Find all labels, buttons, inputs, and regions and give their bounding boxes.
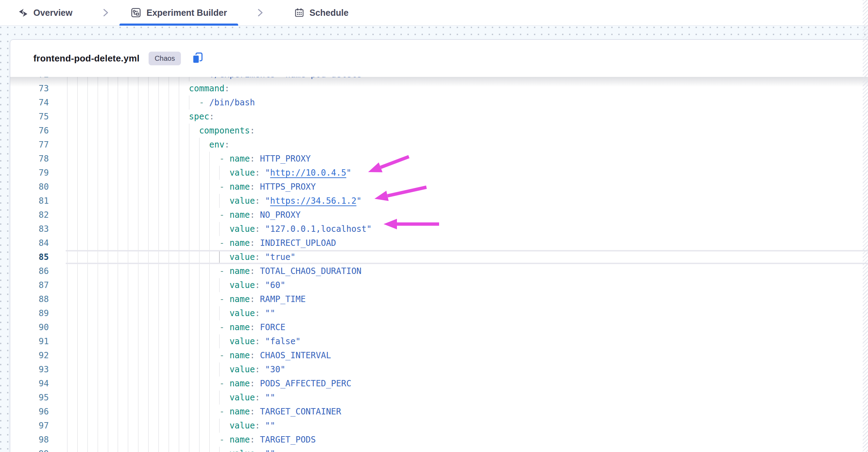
code-line[interactable]: 88- name: RAMP_TIME: [10, 292, 868, 306]
overview-icon: [18, 8, 28, 18]
code-token: RAMP_TIME: [260, 292, 306, 306]
code-line[interactable]: 90- name: FORCE: [10, 320, 868, 334]
tab-overview[interactable]: Overview: [18, 0, 72, 25]
code-token: command: [189, 81, 224, 96]
code-token: value: [229, 419, 255, 433]
code-token: "127.0.0.1,localhost": [265, 222, 372, 236]
code-token: "": [265, 391, 275, 405]
line-number: 74: [10, 96, 49, 110]
line-number: 86: [10, 264, 49, 278]
code-token: "30": [265, 362, 286, 376]
proxy-link[interactable]: https://34.56.1.2: [270, 194, 357, 208]
code-token: -: [219, 433, 229, 447]
code-token: -: [219, 264, 229, 278]
code-token: -: [219, 320, 229, 334]
proxy-link[interactable]: http://10.0.4.5: [270, 166, 346, 180]
code-line[interactable]: 86- name: TOTAL_CHAOS_DURATION: [10, 264, 868, 278]
code-line[interactable]: 73command:: [10, 81, 868, 96]
code-token: -: [219, 152, 229, 166]
line-number: 83: [10, 222, 49, 236]
code-line[interactable]: 79value: "http://10.0.4.5": [10, 166, 868, 180]
code-token: :: [250, 152, 260, 166]
code-line[interactable]: 93value: "30": [10, 362, 868, 376]
indent-guides: [67, 96, 199, 110]
code-token: name: [229, 180, 250, 194]
line-number: 76: [10, 124, 49, 138]
code-line[interactable]: 76components:: [10, 124, 868, 138]
yaml-editor[interactable]: 72- ./experiments -name pod-delete73comm…: [10, 77, 868, 452]
code-token: HTTPS_PROXY: [260, 180, 316, 194]
code-token: name: [229, 208, 250, 222]
code-line[interactable]: 95value: "": [10, 391, 868, 405]
indent-guides: [67, 348, 219, 362]
code-line[interactable]: 77env:: [10, 138, 868, 152]
code-token: value: [229, 391, 255, 405]
active-indent-guide: [219, 250, 229, 264]
tab-experiment-builder[interactable]: Experiment Builder: [119, 0, 238, 25]
code-token: :: [255, 447, 265, 452]
code-token: spec: [189, 110, 209, 124]
code-line[interactable]: 83value: "127.0.0.1,localhost": [10, 222, 868, 236]
yaml-editor-card: frontend-pod-delete.yml Chaos 72- ./expe…: [10, 39, 868, 452]
code-line[interactable]: 81value: "https://34.56.1.2": [10, 194, 868, 208]
indent-guides: [67, 419, 229, 433]
code-token: :: [255, 278, 265, 292]
line-number: 91: [10, 334, 49, 348]
code-token: :: [255, 362, 265, 376]
code-token: :: [255, 419, 265, 433]
code-token: INDIRECT_UPLOAD: [260, 236, 336, 250]
code-token: :: [250, 433, 260, 447]
code-token: :: [250, 236, 260, 250]
code-token: "false": [265, 334, 301, 348]
line-number: 81: [10, 194, 49, 208]
code-token: name: [229, 236, 250, 250]
code-line[interactable]: 85value: "true": [10, 250, 868, 264]
code-token: TOTAL_CHAOS_DURATION: [260, 264, 361, 278]
line-number: 79: [10, 166, 49, 180]
code-line[interactable]: 99value: "": [10, 447, 868, 452]
code-token: name: [229, 376, 250, 391]
line-number: 90: [10, 320, 49, 334]
code-line[interactable]: 94- name: PODS_AFFECTED_PERC: [10, 376, 868, 391]
tab-overview-label: Overview: [33, 8, 72, 18]
code-token: -: [219, 376, 229, 391]
code-token: "60": [265, 278, 286, 292]
code-token: -: [219, 348, 229, 362]
code-token: ": [346, 166, 351, 180]
code-line[interactable]: 72- ./experiments -name pod-delete: [10, 77, 868, 81]
code-token: :: [250, 124, 255, 138]
code-line[interactable]: 91value: "false": [10, 334, 868, 348]
indent-guides: [67, 376, 219, 391]
code-line[interactable]: 80- name: HTTPS_PROXY: [10, 180, 868, 194]
code-token: -: [219, 208, 229, 222]
indent-guides: [67, 166, 229, 180]
code-line[interactable]: 78- name: HTTP_PROXY: [10, 152, 868, 166]
code-token: name: [229, 320, 250, 334]
copy-button[interactable]: [191, 52, 204, 65]
code-line[interactable]: 98- name: TARGET_PODS: [10, 433, 868, 447]
code-line[interactable]: 89value: "": [10, 306, 868, 320]
code-token: name: [229, 152, 250, 166]
code-line[interactable]: 84- name: INDIRECT_UPLOAD: [10, 236, 868, 250]
line-number: 97: [10, 419, 49, 433]
indent-guides: [67, 194, 229, 208]
code-line[interactable]: 75spec:: [10, 110, 868, 124]
code-token: value: [229, 194, 255, 208]
code-line[interactable]: 74- /bin/bash: [10, 96, 868, 110]
code-token: -: [199, 96, 209, 110]
indent-guides: [67, 391, 229, 405]
code-token: :: [255, 194, 265, 208]
code-line[interactable]: 96- name: TARGET_CONTAINER: [10, 405, 868, 419]
indent-guides: [67, 77, 199, 81]
code-line[interactable]: 87value: "60": [10, 278, 868, 292]
code-line[interactable]: 92- name: CHAOS_INTERVAL: [10, 348, 868, 362]
indent-guides: [67, 433, 219, 447]
code-token: env: [209, 138, 224, 152]
indent-guides: [67, 405, 219, 419]
code-token: :: [250, 348, 260, 362]
experiment-builder-icon: [131, 7, 141, 18]
code-line[interactable]: 82- name: NO_PROXY: [10, 208, 868, 222]
indent-guides: [67, 152, 219, 166]
tab-schedule[interactable]: Schedule: [294, 0, 348, 25]
code-line[interactable]: 97value: "": [10, 419, 868, 433]
